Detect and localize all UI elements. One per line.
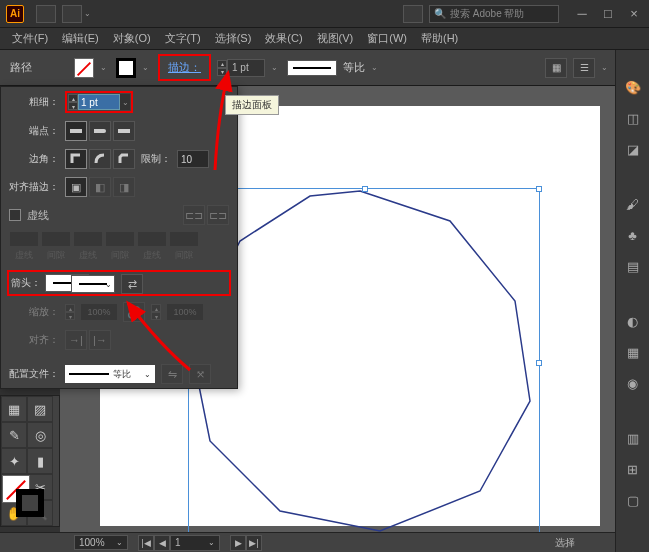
menu-object[interactable]: 对象(O) bbox=[107, 29, 157, 48]
weight-down[interactable]: ▾ bbox=[68, 102, 78, 110]
maximize-button[interactable]: □ bbox=[599, 5, 617, 23]
tool-symbol[interactable]: ✦ bbox=[1, 448, 27, 474]
menu-select[interactable]: 选择(S) bbox=[209, 29, 258, 48]
minimize-button[interactable]: ─ bbox=[573, 5, 591, 23]
bridge-button[interactable] bbox=[36, 5, 56, 23]
artboards-icon[interactable]: ▢ bbox=[624, 493, 642, 508]
gap-3 bbox=[169, 231, 199, 247]
dash-col-3: 间隙 bbox=[105, 249, 135, 262]
corner-bevel[interactable] bbox=[113, 149, 135, 169]
color-guide-icon[interactable]: ◫ bbox=[624, 111, 642, 126]
svg-rect-4 bbox=[118, 129, 130, 133]
gpu-button[interactable] bbox=[403, 5, 423, 23]
menu-help[interactable]: 帮助(H) bbox=[415, 29, 464, 48]
stroke-weight-field[interactable]: 1 pt bbox=[227, 59, 265, 77]
arrow-align-end: |→ bbox=[89, 330, 111, 350]
layers-icon[interactable]: ▥ bbox=[624, 431, 642, 446]
arrow-label: 箭头： bbox=[11, 276, 41, 290]
corner-round[interactable] bbox=[89, 149, 111, 169]
arrow-end-dropdown[interactable]: ⌄ bbox=[71, 275, 115, 293]
appearance-icon[interactable]: ◉ bbox=[624, 376, 642, 391]
gap-2 bbox=[105, 231, 135, 247]
align-center[interactable]: ▣ bbox=[65, 177, 87, 197]
arrow-align-tip: →| bbox=[65, 330, 87, 350]
first-artboard[interactable]: |◀ bbox=[138, 535, 154, 551]
profile-label: 配置文件： bbox=[9, 367, 59, 381]
menu-effect[interactable]: 效果(C) bbox=[259, 29, 308, 48]
brush-sample[interactable] bbox=[287, 60, 337, 76]
graphic-styles-icon[interactable]: ◈ bbox=[624, 548, 642, 552]
cap-round[interactable] bbox=[89, 121, 111, 141]
limit-input[interactable]: 10 bbox=[177, 150, 209, 168]
brush-dropdown[interactable]: ⌄ bbox=[371, 63, 381, 72]
menu-window[interactable]: 窗口(W) bbox=[361, 29, 413, 48]
symbols-icon[interactable]: ♣ bbox=[624, 228, 642, 243]
stroke-panel-link[interactable]: 描边： bbox=[158, 54, 211, 81]
profile-label: 等比 bbox=[343, 60, 365, 75]
menu-view[interactable]: 视图(V) bbox=[311, 29, 360, 48]
dash-col-0: 虚线 bbox=[9, 249, 39, 262]
right-panel-strip: 🎨 ◫ ◪ 🖌 ♣ ▤ ◐ ▦ ◉ ▥ ⊞ ▢ ◈ bbox=[615, 50, 649, 552]
stroke-weight-up[interactable]: ▴ bbox=[217, 60, 227, 68]
color-panel-icon[interactable]: 🎨 bbox=[624, 80, 642, 95]
swatches-icon[interactable]: ◪ bbox=[624, 142, 642, 157]
dash-align: ⊏⊐ bbox=[207, 205, 229, 225]
assets-icon[interactable]: ⊞ bbox=[624, 462, 642, 477]
menu-file[interactable]: 文件(F) bbox=[6, 29, 54, 48]
scale-end: 100% bbox=[167, 304, 203, 320]
stroke-color[interactable] bbox=[16, 489, 44, 517]
align-stroke-label: 对齐描边： bbox=[9, 180, 59, 194]
transparency-icon[interactable]: ▦ bbox=[624, 345, 642, 360]
brushes-icon[interactable]: 🖌 bbox=[624, 197, 642, 212]
zoom-field[interactable]: 100% ⌄ bbox=[74, 535, 128, 550]
statusbar: 100% ⌄ |◀ ◀ 1 ⌄ ▶ ▶| 选择 bbox=[0, 532, 615, 552]
weight-dropdown[interactable]: ⌄ bbox=[120, 94, 130, 110]
stroke-dropdown[interactable]: ⌄ bbox=[142, 63, 152, 72]
cap-butt[interactable] bbox=[65, 121, 87, 141]
tool-eyedropper[interactable]: ✎ bbox=[1, 422, 27, 448]
fill-dropdown[interactable]: ⌄ bbox=[100, 63, 110, 72]
align-outside: ◨ bbox=[113, 177, 135, 197]
align-icon[interactable]: ▦ bbox=[545, 58, 567, 78]
menu-edit[interactable]: 编辑(E) bbox=[56, 29, 105, 48]
prev-artboard[interactable]: ◀ bbox=[154, 535, 170, 551]
dashed-label: 虚线 bbox=[27, 208, 49, 223]
cap-label: 端点： bbox=[9, 124, 59, 138]
transform-icon[interactable]: ☰ bbox=[573, 58, 595, 78]
arrange-docs-dropdown[interactable]: ⌄ bbox=[62, 5, 94, 23]
dash-1 bbox=[9, 231, 39, 247]
stroke-weight-down[interactable]: ▾ bbox=[217, 68, 227, 76]
search-input[interactable]: 🔍 搜索 Adobe 帮助 bbox=[429, 5, 559, 23]
transform-dd[interactable]: ⌄ bbox=[601, 63, 611, 72]
arrow-swap-button[interactable]: ⇄ bbox=[121, 274, 143, 294]
dashed-checkbox[interactable] bbox=[9, 209, 21, 221]
tool-status: 选择 bbox=[555, 536, 575, 550]
fill-stroke-indicator[interactable] bbox=[2, 475, 52, 515]
last-artboard[interactable]: ▶| bbox=[246, 535, 262, 551]
stroke-swatch[interactable] bbox=[116, 58, 136, 78]
tool-blend[interactable]: ◎ bbox=[27, 422, 53, 448]
corner-miter[interactable] bbox=[65, 149, 87, 169]
flip-across: ⤧ bbox=[189, 364, 211, 384]
gradient-icon[interactable]: ◐ bbox=[624, 314, 642, 329]
svg-point-3 bbox=[102, 129, 106, 133]
next-artboard[interactable]: ▶ bbox=[230, 535, 246, 551]
scale-link-icon: 🔗 bbox=[123, 302, 145, 322]
close-button[interactable]: × bbox=[625, 5, 643, 23]
tool-mesh[interactable]: ▦ bbox=[1, 396, 27, 422]
dash-col-1: 间隙 bbox=[41, 249, 71, 262]
app-logo: Ai bbox=[6, 5, 24, 23]
weight-input[interactable]: 1 pt bbox=[78, 94, 120, 110]
fill-swatch[interactable] bbox=[74, 58, 94, 78]
menu-type[interactable]: 文字(T) bbox=[159, 29, 207, 48]
tool-graph[interactable]: ▮ bbox=[27, 448, 53, 474]
align-arrow-label: 对齐： bbox=[9, 333, 59, 347]
stroke-panel-icon[interactable]: ▤ bbox=[624, 259, 642, 274]
profile-dropdown[interactable]: 等比 ⌄ bbox=[65, 365, 155, 383]
weight-up[interactable]: ▴ bbox=[68, 94, 78, 102]
scale-start: 100% bbox=[81, 304, 117, 320]
stroke-weight-dropdown[interactable]: ⌄ bbox=[271, 63, 281, 72]
tool-gradient[interactable]: ▨ bbox=[27, 396, 53, 422]
artboard-number[interactable]: 1 ⌄ bbox=[170, 535, 220, 551]
cap-projecting[interactable] bbox=[113, 121, 135, 141]
